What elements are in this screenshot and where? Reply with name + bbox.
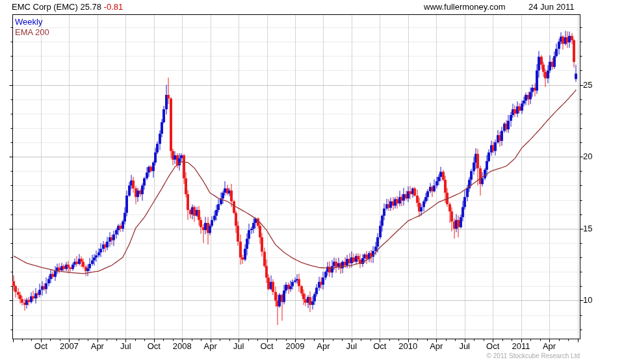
x-axis-tick-label: Jul [337, 341, 366, 351]
legend-timeframe: Weekly [15, 17, 42, 27]
x-axis-tick-label: Apr [83, 341, 112, 351]
y-axis-tick-label: 10 [583, 295, 603, 305]
price-change: -0.81 [104, 2, 124, 12]
x-axis-tick-label: Jul [224, 341, 253, 351]
x-axis-tick-label: 2007 [55, 341, 83, 351]
legend-ema-label: EMA 200 [15, 27, 49, 37]
x-axis-tick-label: 2010 [394, 341, 422, 351]
x-axis-tick-label: Oct [253, 341, 281, 351]
x-axis-tick-label: Oct [140, 341, 168, 351]
x-axis-tick-label: Jul [111, 341, 140, 351]
x-axis-tick-label: Apr [422, 341, 450, 351]
copyright-notice: © 2011 Stockcube Research Ltd [487, 352, 580, 359]
x-axis-tick-label: Jul [450, 341, 479, 351]
chart-date: 24 Jun 2011 [528, 2, 575, 12]
x-axis-tick-label: Oct [478, 341, 507, 351]
y-axis-tick-label: 20 [583, 151, 603, 161]
x-axis-tick-label: 2011 [507, 341, 536, 351]
y-axis-tick-label: 25 [583, 80, 603, 90]
x-axis-tick-label: Oct [27, 341, 55, 351]
symbol-and-price: EMC Corp (EMC) 25.78 [12, 2, 101, 12]
x-axis-tick-label: 2009 [281, 341, 309, 351]
price-chart-canvas [0, 0, 637, 364]
x-axis-tick-label: Apr [196, 341, 225, 351]
x-axis-tick-label: Oct [365, 341, 394, 351]
x-axis-tick-label: Apr [309, 341, 337, 351]
x-axis-tick-label: 2008 [168, 341, 196, 351]
website-link: www.fullermoney.com [424, 2, 505, 12]
x-axis-tick-label: Apr [535, 341, 564, 351]
chart-title: EMC Corp (EMC) 25.78 -0.81 [12, 2, 123, 12]
y-axis-tick-label: 15 [583, 224, 603, 233]
